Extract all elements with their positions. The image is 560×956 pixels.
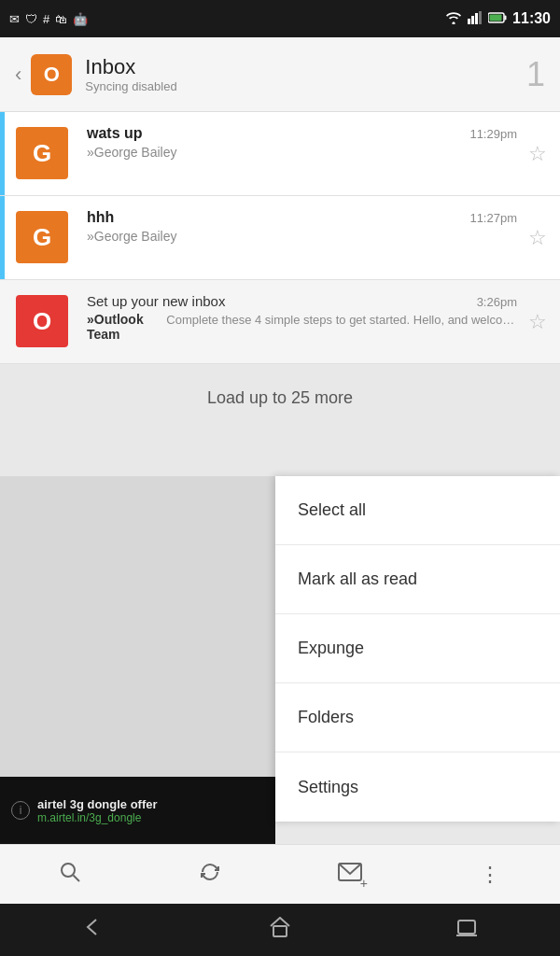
expunge-menu-item[interactable]: Expunge [275, 614, 560, 683]
refresh-button[interactable] [140, 845, 280, 904]
svg-point-7 [62, 864, 75, 877]
search-icon [59, 861, 81, 889]
app-logo-letter: O [44, 63, 60, 87]
email-sender: hhh [87, 209, 114, 226]
status-time: 11:30 [512, 10, 551, 27]
email-from: »George Bailey [87, 229, 177, 244]
email-from-row: »Outlook Team Complete these 4 simple st… [87, 312, 517, 342]
email-from: »Outlook Team [87, 312, 166, 342]
email-time: 3:26pm [477, 295, 517, 309]
email-preview: Complete these 4 simple steps to get sta… [166, 313, 517, 327]
wifi-icon [445, 11, 462, 27]
svg-rect-3 [479, 11, 482, 24]
more-icon: ⋮ [480, 863, 500, 887]
svg-rect-6 [490, 14, 502, 21]
unread-accent [0, 112, 5, 195]
app-logo: O [31, 54, 72, 95]
unread-count: 1 [526, 55, 545, 94]
svg-rect-0 [468, 19, 470, 24]
ad-info-icon: i [11, 801, 30, 820]
email-list: G wats up 11:29pm »George Bailey ☆ G hhh… [0, 112, 560, 364]
context-menu: Select all Mark all as read Expunge Fold… [275, 476, 560, 822]
unread-accent [0, 196, 5, 279]
home-nav-icon [269, 917, 291, 943]
email-content: Set up your new inbox 3:26pm »Outlook Te… [79, 280, 525, 363]
shield-status-icon: 🛡 [25, 12, 37, 26]
bag-status-icon: 🛍 [55, 12, 67, 26]
email-from-row: »George Bailey [87, 229, 517, 244]
avatar: G [16, 211, 68, 263]
back-nav-button[interactable] [0, 904, 187, 956]
settings-menu-item[interactable]: Settings [275, 752, 560, 822]
email-content: wats up 11:29pm »George Bailey [79, 112, 525, 195]
hash-status-icon: # [43, 12, 49, 26]
email-sender: wats up [87, 125, 143, 142]
status-bar: ✉ 🛡 # 🛍 🤖 11:30 [0, 0, 560, 37]
folders-label: Folders [298, 708, 354, 727]
star-button[interactable]: ☆ [525, 196, 560, 279]
select-all-menu-item[interactable]: Select all [275, 476, 560, 545]
nav-bar [0, 904, 560, 956]
load-more-label: Load up to 25 more [207, 388, 353, 408]
ad-banner[interactable]: i airtel 3g dongle offer m.airtel.in/3g_… [0, 777, 275, 844]
email-time: 11:27pm [469, 211, 517, 225]
table-row[interactable]: G wats up 11:29pm »George Bailey ☆ [0, 112, 560, 196]
bottom-toolbar: + ⋮ [0, 844, 560, 904]
email-top-row: wats up 11:29pm [87, 125, 517, 142]
app-bar: ‹ O Inbox Syncing disabled 1 [0, 37, 560, 112]
refresh-icon [199, 861, 221, 889]
star-button[interactable]: ☆ [525, 112, 560, 195]
email-top-row: Set up your new inbox 3:26pm [87, 293, 517, 309]
settings-label: Settings [298, 778, 358, 797]
status-left-icons: ✉ 🛡 # 🛍 🤖 [9, 12, 88, 26]
table-row[interactable]: G hhh 11:27pm »George Bailey ☆ [0, 196, 560, 280]
star-button[interactable]: ☆ [525, 280, 560, 363]
svg-line-8 [74, 875, 80, 881]
email-from-row: »George Bailey [87, 145, 517, 160]
inbox-title: Inbox [85, 55, 526, 79]
svg-rect-2 [475, 13, 478, 24]
mark-all-read-label: Mark all as read [298, 569, 417, 589]
back-button[interactable]: ‹ [15, 63, 21, 87]
svg-rect-5 [505, 15, 507, 20]
ad-title: airtel 3g dongle offer [37, 797, 158, 811]
svg-rect-1 [471, 16, 474, 24]
status-right-icons: 11:30 [445, 10, 551, 27]
battery-icon [488, 12, 507, 26]
expunge-label: Expunge [298, 639, 364, 658]
email-from: »George Bailey [87, 145, 177, 160]
signal-icon [468, 11, 483, 27]
email-top-row: hhh 11:27pm [87, 209, 517, 226]
avatar: O [16, 295, 68, 347]
compose-plus-icon: + [360, 876, 368, 891]
avatar: G [16, 127, 68, 179]
read-accent [0, 280, 5, 363]
table-row[interactable]: O Set up your new inbox 3:26pm »Outlook … [0, 280, 560, 364]
email-subject: Set up your new inbox [87, 293, 225, 309]
svg-rect-10 [273, 926, 287, 936]
envelope-status-icon: ✉ [9, 12, 20, 26]
search-button[interactable] [0, 845, 140, 904]
compose-button[interactable]: + [280, 845, 420, 904]
svg-rect-11 [458, 921, 475, 934]
robot-status-icon: 🤖 [73, 12, 88, 26]
ad-text: airtel 3g dongle offer m.airtel.in/3g_do… [37, 797, 158, 824]
app-title-group: Inbox Syncing disabled [85, 55, 526, 93]
email-time: 11:29pm [469, 127, 517, 141]
recents-nav-icon [455, 918, 478, 942]
compose-icon-wrapper: + [338, 863, 362, 887]
ad-url: m.airtel.in/3g_dongle [37, 811, 158, 824]
select-all-label: Select all [298, 500, 366, 520]
recents-nav-button[interactable] [373, 904, 560, 956]
mark-all-read-menu-item[interactable]: Mark all as read [275, 545, 560, 614]
load-more-button[interactable]: Load up to 25 more [0, 364, 560, 431]
home-nav-button[interactable] [187, 904, 373, 956]
more-button[interactable]: ⋮ [420, 845, 560, 904]
email-content: hhh 11:27pm »George Bailey [79, 196, 525, 279]
back-nav-icon [82, 918, 105, 942]
sync-status: Syncing disabled [85, 79, 526, 93]
folders-menu-item[interactable]: Folders [275, 683, 560, 752]
